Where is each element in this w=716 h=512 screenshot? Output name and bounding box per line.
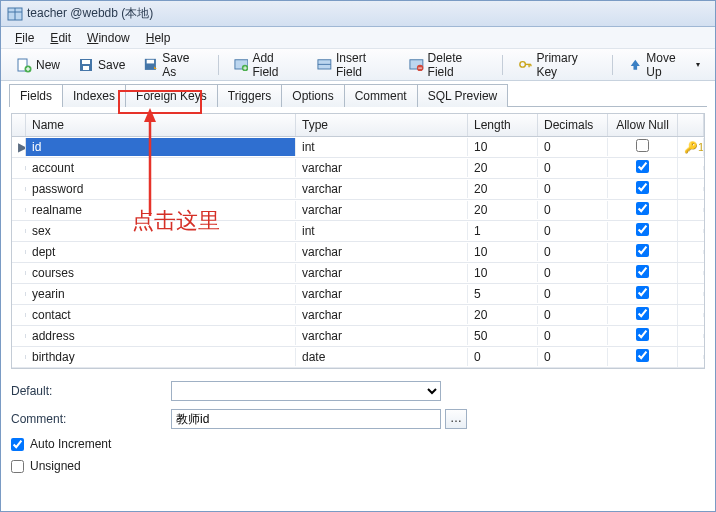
cell-allow-null[interactable] — [608, 242, 678, 262]
allow-null-checkbox[interactable] — [636, 328, 649, 341]
cell-allow-null[interactable] — [608, 347, 678, 367]
tab-sql-preview[interactable]: SQL Preview — [417, 84, 509, 107]
unsigned-label[interactable]: Unsigned — [30, 459, 81, 473]
cell-allow-null[interactable] — [608, 137, 678, 157]
cell-decimals[interactable]: 0 — [538, 201, 608, 219]
cell-type[interactable]: varchar — [296, 201, 468, 219]
cell-type[interactable]: int — [296, 222, 468, 240]
allow-null-checkbox[interactable] — [636, 202, 649, 215]
cell-decimals[interactable]: 0 — [538, 285, 608, 303]
cell-type[interactable]: varchar — [296, 264, 468, 282]
cell-allow-null[interactable] — [608, 263, 678, 283]
table-row[interactable]: yearinvarchar50 — [12, 284, 704, 305]
auto-increment-label[interactable]: Auto Increment — [30, 437, 111, 451]
allow-null-checkbox[interactable] — [636, 139, 649, 152]
cell-length[interactable]: 0 — [468, 348, 538, 366]
cell-name[interactable]: password — [26, 180, 296, 198]
allow-null-checkbox[interactable] — [636, 307, 649, 320]
table-row[interactable]: ▶idint100🔑1 — [12, 137, 704, 158]
cell-allow-null[interactable] — [608, 158, 678, 178]
save-as-button[interactable]: Save As — [136, 47, 209, 83]
cell-name[interactable]: courses — [26, 264, 296, 282]
allow-null-checkbox[interactable] — [636, 265, 649, 278]
table-row[interactable]: sexint10 — [12, 221, 704, 242]
cell-type[interactable]: varchar — [296, 243, 468, 261]
table-row[interactable]: passwordvarchar200 — [12, 179, 704, 200]
cell-length[interactable]: 50 — [468, 327, 538, 345]
allow-null-checkbox[interactable] — [636, 286, 649, 299]
cell-type[interactable]: varchar — [296, 180, 468, 198]
cell-allow-null[interactable] — [608, 179, 678, 199]
table-row[interactable]: birthdaydate00 — [12, 347, 704, 368]
cell-decimals[interactable]: 0 — [538, 180, 608, 198]
tab-options[interactable]: Options — [281, 84, 344, 107]
cell-decimals[interactable]: 0 — [538, 327, 608, 345]
cell-type[interactable]: varchar — [296, 306, 468, 324]
add-field-button[interactable]: Add Field — [227, 47, 307, 83]
cell-decimals[interactable]: 0 — [538, 138, 608, 156]
menu-help[interactable]: Help — [140, 29, 177, 47]
tab-fields[interactable]: Fields — [9, 84, 63, 107]
cell-name[interactable]: account — [26, 159, 296, 177]
table-row[interactable]: addressvarchar500 — [12, 326, 704, 347]
allow-null-checkbox[interactable] — [636, 349, 649, 362]
cell-decimals[interactable]: 0 — [538, 159, 608, 177]
header-decimals[interactable]: Decimals — [538, 114, 608, 136]
cell-decimals[interactable]: 0 — [538, 348, 608, 366]
header-name[interactable]: Name — [26, 114, 296, 136]
cell-decimals[interactable]: 0 — [538, 264, 608, 282]
cell-allow-null[interactable] — [608, 284, 678, 304]
cell-name[interactable]: address — [26, 327, 296, 345]
cell-type[interactable]: varchar — [296, 285, 468, 303]
cell-length[interactable]: 20 — [468, 201, 538, 219]
cell-type[interactable]: varchar — [296, 327, 468, 345]
table-row[interactable]: accountvarchar200 — [12, 158, 704, 179]
comment-input[interactable] — [171, 409, 441, 429]
cell-decimals[interactable]: 0 — [538, 306, 608, 324]
unsigned-checkbox[interactable] — [11, 460, 24, 473]
cell-length[interactable]: 10 — [468, 243, 538, 261]
insert-field-button[interactable]: Insert Field — [310, 47, 398, 83]
tab-foreign-keys[interactable]: Foreign Keys — [125, 84, 218, 107]
comment-more-button[interactable]: … — [445, 409, 467, 429]
auto-increment-checkbox[interactable] — [11, 438, 24, 451]
cell-length[interactable]: 10 — [468, 138, 538, 156]
new-button[interactable]: New — [9, 53, 67, 77]
tab-indexes[interactable]: Indexes — [62, 84, 126, 107]
allow-null-checkbox[interactable] — [636, 244, 649, 257]
cell-name[interactable]: contact — [26, 306, 296, 324]
allow-null-checkbox[interactable] — [636, 223, 649, 236]
cell-name[interactable]: yearin — [26, 285, 296, 303]
cell-name[interactable]: birthday — [26, 348, 296, 366]
cell-type[interactable]: date — [296, 348, 468, 366]
cell-allow-null[interactable] — [608, 200, 678, 220]
move-up-button[interactable]: Move Up▾ — [621, 47, 707, 83]
cell-name[interactable]: dept — [26, 243, 296, 261]
allow-null-checkbox[interactable] — [636, 181, 649, 194]
delete-field-button[interactable]: Delete Field — [402, 47, 494, 83]
cell-length[interactable]: 20 — [468, 180, 538, 198]
table-row[interactable]: realnamevarchar200 — [12, 200, 704, 221]
cell-type[interactable]: varchar — [296, 159, 468, 177]
tab-triggers[interactable]: Triggers — [217, 84, 283, 107]
cell-length[interactable]: 20 — [468, 159, 538, 177]
cell-length[interactable]: 10 — [468, 264, 538, 282]
table-row[interactable]: coursesvarchar100 — [12, 263, 704, 284]
header-type[interactable]: Type — [296, 114, 468, 136]
cell-length[interactable]: 1 — [468, 222, 538, 240]
cell-decimals[interactable]: 0 — [538, 222, 608, 240]
menu-edit[interactable]: Edit — [44, 29, 77, 47]
table-row[interactable]: contactvarchar200 — [12, 305, 704, 326]
cell-length[interactable]: 5 — [468, 285, 538, 303]
menu-file[interactable]: File — [9, 29, 40, 47]
cell-type[interactable]: int — [296, 138, 468, 156]
tab-comment[interactable]: Comment — [344, 84, 418, 107]
cell-allow-null[interactable] — [608, 221, 678, 241]
cell-allow-null[interactable] — [608, 305, 678, 325]
save-button[interactable]: Save — [71, 53, 132, 77]
cell-allow-null[interactable] — [608, 326, 678, 346]
cell-length[interactable]: 20 — [468, 306, 538, 324]
allow-null-checkbox[interactable] — [636, 160, 649, 173]
default-select[interactable] — [171, 381, 441, 401]
table-row[interactable]: deptvarchar100 — [12, 242, 704, 263]
